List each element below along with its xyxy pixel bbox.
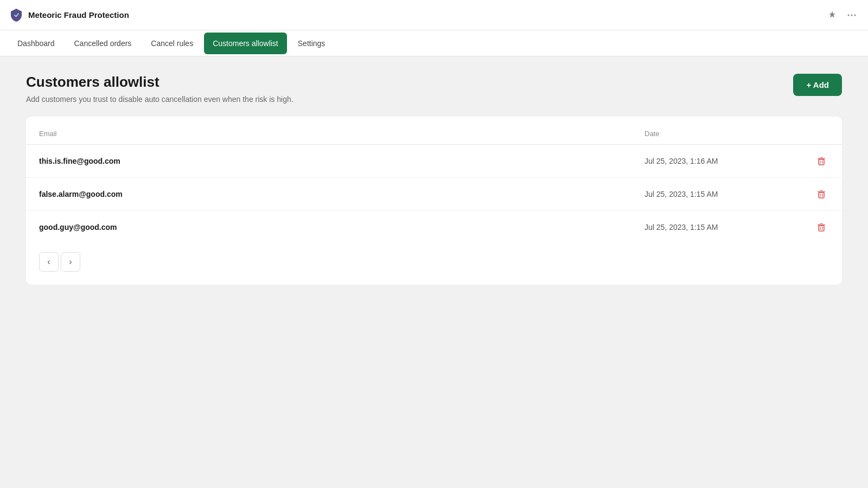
more-icon [846,10,857,21]
tab-settings[interactable]: Settings [289,33,334,54]
page-description: Add customers you trust to disable auto … [26,95,293,104]
tab-customers-allowlist[interactable]: Customers allowlist [204,33,287,54]
svg-point-0 [848,14,850,16]
trash-icon [816,189,827,200]
app-header: Meteoric Fraud Protection [0,0,868,30]
row-date: Jul 25, 2023, 1:15 AM [644,190,796,198]
app-logo: Meteoric Fraud Protection [9,8,129,23]
pagination-prev[interactable]: ‹ [39,252,59,272]
table-header: Email Date [26,125,842,145]
add-button[interactable]: + Add [793,74,842,96]
svg-rect-12 [819,226,824,231]
trash-icon [816,156,827,166]
shield-icon [9,8,24,23]
row-date: Jul 25, 2023, 1:15 AM [644,223,796,232]
more-button[interactable] [844,8,859,23]
header-actions [825,8,859,23]
delete-button[interactable] [814,220,829,235]
tab-cancelled-orders[interactable]: Cancelled orders [66,33,141,54]
row-email: good.guy@good.com [39,223,644,232]
page-title: Customers allowlist [26,74,293,91]
app-title: Meteoric Fraud Protection [28,10,129,20]
table-row: false.alarm@good.com Jul 25, 2023, 1:15 … [26,178,842,211]
svg-rect-8 [819,192,824,198]
page-header: Customers allowlist Add customers you tr… [26,74,842,104]
pin-button[interactable] [825,8,840,23]
main-content: Customers allowlist Add customers you tr… [0,56,868,302]
nav-tabs: Dashboard Cancelled orders Cancel rules … [0,30,868,56]
table-row: good.guy@good.com Jul 25, 2023, 1:15 AM [26,211,842,243]
table-row: this.is.fine@good.com Jul 25, 2023, 1:16… [26,145,842,178]
action-column-header [796,130,829,138]
row-email: this.is.fine@good.com [39,157,644,165]
table-card: Email Date this.is.fine@good.com Jul 25,… [26,117,842,285]
pin-icon [827,10,838,21]
page-title-section: Customers allowlist Add customers you tr… [26,74,293,104]
row-date: Jul 25, 2023, 1:16 AM [644,157,796,165]
row-email: false.alarm@good.com [39,190,644,198]
row-action [796,153,829,169]
pagination-next[interactable]: › [61,252,80,272]
tab-dashboard[interactable]: Dashboard [9,33,63,54]
row-action [796,187,829,202]
pagination: ‹ › [26,243,842,276]
allowlist-table: Email Date this.is.fine@good.com Jul 25,… [26,125,842,243]
tab-cancel-rules[interactable]: Cancel rules [142,33,202,54]
date-column-header: Date [644,130,796,138]
trash-icon [816,222,827,233]
svg-point-2 [854,14,856,16]
svg-point-1 [851,14,853,16]
email-column-header: Email [39,130,644,138]
delete-button[interactable] [814,153,829,169]
svg-rect-4 [819,159,824,165]
delete-button[interactable] [814,187,829,202]
row-action [796,220,829,235]
